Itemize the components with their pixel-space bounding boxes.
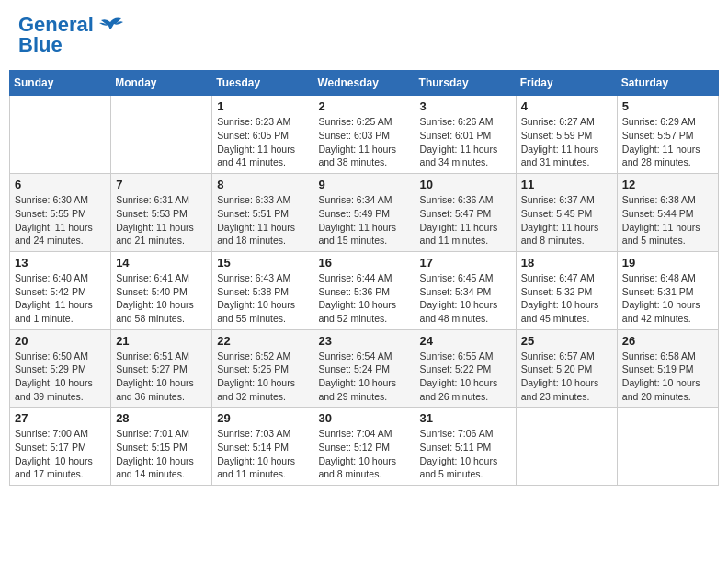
week-row-3: 13Sunrise: 6:40 AM Sunset: 5:42 PM Dayli… bbox=[10, 251, 719, 329]
calendar-cell: 3Sunrise: 6:26 AM Sunset: 6:01 PM Daylig… bbox=[415, 96, 516, 174]
day-number: 9 bbox=[318, 178, 409, 191]
weekday-header-saturday: Saturday bbox=[617, 71, 718, 96]
week-row-4: 20Sunrise: 6:50 AM Sunset: 5:29 PM Dayli… bbox=[10, 329, 719, 408]
calendar-cell: 30Sunrise: 7:04 AM Sunset: 5:12 PM Dayli… bbox=[313, 408, 415, 486]
day-info: Sunrise: 7:00 AM Sunset: 5:17 PM Dayligh… bbox=[15, 427, 106, 481]
day-number: 27 bbox=[15, 411, 106, 425]
day-info: Sunrise: 6:47 AM Sunset: 5:32 PM Dayligh… bbox=[521, 271, 612, 326]
weekday-header-wednesday: Wednesday bbox=[313, 71, 415, 96]
calendar-table: SundayMondayTuesdayWednesdayThursdayFrid… bbox=[9, 70, 719, 486]
day-number: 28 bbox=[116, 411, 207, 425]
day-info: Sunrise: 6:29 AM Sunset: 5:57 PM Dayligh… bbox=[622, 115, 713, 169]
day-number: 7 bbox=[116, 178, 207, 191]
calendar-cell: 23Sunrise: 6:54 AM Sunset: 5:24 PM Dayli… bbox=[313, 329, 415, 408]
calendar-cell: 21Sunrise: 6:51 AM Sunset: 5:27 PM Dayli… bbox=[111, 329, 212, 408]
week-row-2: 6Sunrise: 6:30 AM Sunset: 5:55 PM Daylig… bbox=[10, 174, 719, 252]
day-number: 18 bbox=[521, 256, 612, 270]
day-number: 6 bbox=[15, 178, 106, 191]
day-info: Sunrise: 6:58 AM Sunset: 5:19 PM Dayligh… bbox=[622, 350, 713, 404]
weekday-header-sunday: Sunday bbox=[10, 71, 111, 96]
day-info: Sunrise: 6:23 AM Sunset: 6:05 PM Dayligh… bbox=[217, 115, 308, 169]
day-info: Sunrise: 6:37 AM Sunset: 5:45 PM Dayligh… bbox=[521, 193, 612, 247]
day-number: 11 bbox=[521, 178, 612, 191]
day-info: Sunrise: 6:40 AM Sunset: 5:42 PM Dayligh… bbox=[15, 271, 106, 326]
day-number: 16 bbox=[318, 256, 409, 270]
day-number: 5 bbox=[622, 99, 713, 113]
calendar-cell: 14Sunrise: 6:41 AM Sunset: 5:40 PM Dayli… bbox=[111, 251, 212, 329]
calendar-cell: 27Sunrise: 7:00 AM Sunset: 5:17 PM Dayli… bbox=[10, 408, 111, 486]
calendar-cell: 6Sunrise: 6:30 AM Sunset: 5:55 PM Daylig… bbox=[10, 174, 111, 252]
day-number: 24 bbox=[420, 334, 511, 348]
day-info: Sunrise: 6:52 AM Sunset: 5:25 PM Dayligh… bbox=[217, 350, 308, 404]
logo-blue: Blue bbox=[18, 34, 63, 56]
calendar-cell bbox=[516, 408, 617, 486]
weekday-header-friday: Friday bbox=[516, 71, 617, 96]
calendar-cell: 28Sunrise: 7:01 AM Sunset: 5:15 PM Dayli… bbox=[111, 408, 212, 486]
day-info: Sunrise: 6:48 AM Sunset: 5:31 PM Dayligh… bbox=[622, 271, 713, 326]
calendar-cell bbox=[111, 96, 212, 174]
calendar-cell: 24Sunrise: 6:55 AM Sunset: 5:22 PM Dayli… bbox=[415, 329, 516, 408]
day-info: Sunrise: 6:26 AM Sunset: 6:01 PM Dayligh… bbox=[420, 115, 511, 169]
day-info: Sunrise: 6:41 AM Sunset: 5:40 PM Dayligh… bbox=[116, 271, 207, 326]
day-info: Sunrise: 6:54 AM Sunset: 5:24 PM Dayligh… bbox=[318, 350, 409, 404]
day-number: 14 bbox=[116, 256, 207, 270]
day-number: 17 bbox=[420, 256, 511, 270]
day-info: Sunrise: 6:43 AM Sunset: 5:38 PM Dayligh… bbox=[217, 271, 308, 326]
day-number: 21 bbox=[116, 334, 207, 348]
calendar-cell: 7Sunrise: 6:31 AM Sunset: 5:53 PM Daylig… bbox=[111, 174, 212, 252]
calendar-cell: 29Sunrise: 7:03 AM Sunset: 5:14 PM Dayli… bbox=[212, 408, 313, 486]
calendar-cell: 31Sunrise: 7:06 AM Sunset: 5:11 PM Dayli… bbox=[415, 408, 516, 486]
day-number: 13 bbox=[15, 256, 106, 270]
day-number: 4 bbox=[521, 99, 612, 113]
day-number: 12 bbox=[622, 178, 713, 191]
day-info: Sunrise: 6:33 AM Sunset: 5:51 PM Dayligh… bbox=[217, 193, 308, 247]
day-info: Sunrise: 6:50 AM Sunset: 5:29 PM Dayligh… bbox=[15, 350, 106, 404]
day-info: Sunrise: 6:34 AM Sunset: 5:49 PM Dayligh… bbox=[318, 193, 409, 247]
day-info: Sunrise: 6:27 AM Sunset: 5:59 PM Dayligh… bbox=[521, 115, 612, 169]
day-info: Sunrise: 6:25 AM Sunset: 6:03 PM Dayligh… bbox=[318, 115, 409, 169]
day-info: Sunrise: 6:30 AM Sunset: 5:55 PM Dayligh… bbox=[15, 193, 106, 247]
calendar-cell: 18Sunrise: 6:47 AM Sunset: 5:32 PM Dayli… bbox=[516, 251, 617, 329]
logo-text-block: General Blue bbox=[18, 14, 123, 56]
day-number: 26 bbox=[622, 334, 713, 348]
day-number: 31 bbox=[420, 411, 511, 425]
calendar-cell: 2Sunrise: 6:25 AM Sunset: 6:03 PM Daylig… bbox=[313, 96, 415, 174]
day-number: 3 bbox=[420, 99, 511, 113]
day-info: Sunrise: 6:38 AM Sunset: 5:44 PM Dayligh… bbox=[622, 193, 713, 247]
day-info: Sunrise: 7:06 AM Sunset: 5:11 PM Dayligh… bbox=[420, 427, 511, 481]
calendar-cell: 17Sunrise: 6:45 AM Sunset: 5:34 PM Dayli… bbox=[415, 251, 516, 329]
calendar-cell: 22Sunrise: 6:52 AM Sunset: 5:25 PM Dayli… bbox=[212, 329, 313, 408]
calendar-cell: 16Sunrise: 6:44 AM Sunset: 5:36 PM Dayli… bbox=[313, 251, 415, 329]
calendar-cell: 10Sunrise: 6:36 AM Sunset: 5:47 PM Dayli… bbox=[415, 174, 516, 252]
day-info: Sunrise: 7:03 AM Sunset: 5:14 PM Dayligh… bbox=[217, 427, 308, 481]
page-header: General Blue bbox=[9, 9, 719, 61]
day-number: 30 bbox=[318, 411, 409, 425]
day-info: Sunrise: 6:45 AM Sunset: 5:34 PM Dayligh… bbox=[420, 271, 511, 326]
weekday-header-thursday: Thursday bbox=[415, 71, 516, 96]
day-info: Sunrise: 7:01 AM Sunset: 5:15 PM Dayligh… bbox=[116, 427, 207, 481]
calendar-cell bbox=[10, 96, 111, 174]
day-number: 25 bbox=[521, 334, 612, 348]
day-info: Sunrise: 6:51 AM Sunset: 5:27 PM Dayligh… bbox=[116, 350, 207, 404]
calendar-cell: 20Sunrise: 6:50 AM Sunset: 5:29 PM Dayli… bbox=[10, 329, 111, 408]
day-number: 1 bbox=[217, 99, 308, 113]
calendar-cell: 11Sunrise: 6:37 AM Sunset: 5:45 PM Dayli… bbox=[516, 174, 617, 252]
weekday-header-tuesday: Tuesday bbox=[212, 71, 313, 96]
day-number: 2 bbox=[318, 99, 409, 113]
day-info: Sunrise: 6:55 AM Sunset: 5:22 PM Dayligh… bbox=[420, 350, 511, 404]
weekday-header-row: SundayMondayTuesdayWednesdayThursdayFrid… bbox=[10, 71, 719, 96]
calendar-cell: 1Sunrise: 6:23 AM Sunset: 6:05 PM Daylig… bbox=[212, 96, 313, 174]
calendar-cell: 19Sunrise: 6:48 AM Sunset: 5:31 PM Dayli… bbox=[617, 251, 718, 329]
week-row-1: 1Sunrise: 6:23 AM Sunset: 6:05 PM Daylig… bbox=[10, 96, 719, 174]
day-number: 29 bbox=[217, 411, 308, 425]
day-number: 20 bbox=[15, 334, 106, 348]
day-number: 22 bbox=[217, 334, 308, 348]
week-row-5: 27Sunrise: 7:00 AM Sunset: 5:17 PM Dayli… bbox=[10, 408, 719, 486]
day-info: Sunrise: 6:36 AM Sunset: 5:47 PM Dayligh… bbox=[420, 193, 511, 247]
calendar-cell: 12Sunrise: 6:38 AM Sunset: 5:44 PM Dayli… bbox=[617, 174, 718, 252]
calendar-cell: 26Sunrise: 6:58 AM Sunset: 5:19 PM Dayli… bbox=[617, 329, 718, 408]
day-number: 8 bbox=[217, 178, 308, 191]
weekday-header-monday: Monday bbox=[111, 71, 212, 96]
calendar-cell: 25Sunrise: 6:57 AM Sunset: 5:20 PM Dayli… bbox=[516, 329, 617, 408]
day-number: 23 bbox=[318, 334, 409, 348]
